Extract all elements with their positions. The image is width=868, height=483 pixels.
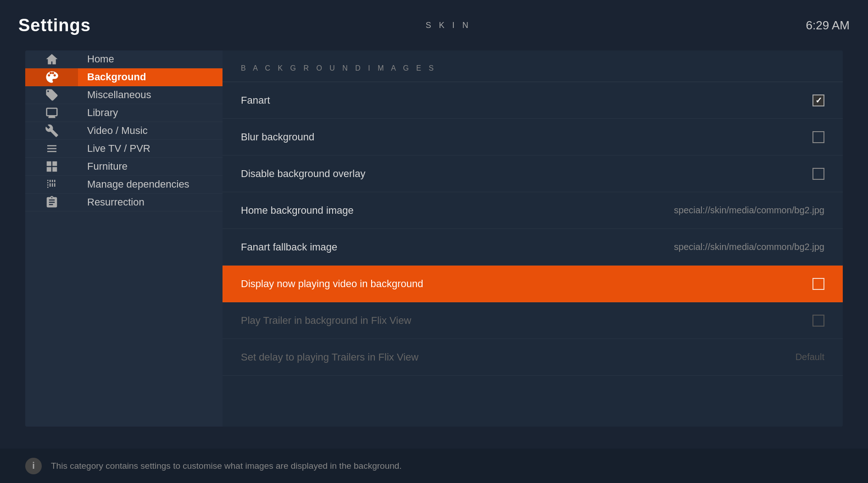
grid-icon [43,176,61,193]
setting-label-now-playing: Display now playing video in background [241,278,812,290]
setting-set-delay: Set delay to playing Trailers in Flix Vi… [223,339,843,376]
setting-label-home-bg: Home background image [241,205,665,217]
main-container: Home Background Miscel [25,50,843,427]
setting-label-blur: Blur background [241,131,812,143]
checkbox-fanart[interactable] [812,94,824,106]
setting-label-fanart: Fanart [241,94,812,106]
setting-fanart-fallback[interactable]: Fanart fallback image special://skin/med… [223,229,843,266]
sidebar-label-miscellaneous[interactable]: Miscellaneous [78,86,223,104]
sidebar-label-home[interactable]: Home [78,50,223,68]
sidebar-label-video-music[interactable]: Video / Music [78,122,223,140]
sidebar-label-library[interactable]: Library [78,104,223,122]
tag-icon [43,86,61,104]
sidebar-icon-video-music [25,122,78,140]
setting-play-trailer: Play Trailer in background in Flix View [223,302,843,339]
setting-label-fanart-fallback: Fanart fallback image [241,241,665,253]
sidebar-icon-library [25,104,78,122]
setting-fanart[interactable]: Fanart [223,82,843,119]
setting-label-play-trailer: Play Trailer in background in Flix View [241,315,812,327]
checkbox-play-trailer [812,315,824,327]
setting-value-fanart-fallback: special://skin/media/common/bg2.jpg [674,242,824,252]
header: Settings S K I N 6:29 AM [0,0,868,50]
monitor-icon [43,104,61,122]
sidebar-icon-live-tv [25,140,78,158]
sidebar-label-resurrection[interactable]: Resurrection [78,194,223,211]
checkbox-disable-overlay[interactable] [812,168,824,180]
sidebar-label-furniture[interactable]: Furniture [78,158,223,176]
setting-blur-background[interactable]: Blur background [223,119,843,155]
sidebar-icon-home [25,50,78,68]
header-section: S K I N [426,21,471,30]
setting-home-background-image[interactable]: Home background image special://skin/med… [223,192,843,229]
footer-info-text: This category contains settings to custo… [51,461,402,471]
sidebar-item-furniture[interactable]: Furniture [25,158,223,176]
sidebar: Home Background Miscel [25,50,223,427]
sidebar-label-live-tv[interactable]: Live TV / PVR [78,140,223,158]
wrench-icon [43,122,61,139]
checkbox-now-playing[interactable] [812,278,824,290]
sidebar-item-manage-dependencies[interactable]: Manage dependencies [25,176,223,194]
layout-icon [43,158,61,175]
checkbox-blur[interactable] [812,131,824,143]
clipboard-icon [43,194,61,211]
sidebar-item-library[interactable]: Library [25,104,223,122]
setting-value-set-delay: Default [796,352,824,362]
sidebar-label-manage-dependencies[interactable]: Manage dependencies [78,176,223,194]
header-time: 6:29 AM [806,18,850,33]
setting-label-disable-overlay: Disable background overlay [241,168,812,180]
home-icon [43,50,61,68]
sidebar-icon-resurrection [25,194,78,211]
setting-display-now-playing[interactable]: Display now playing video in background [223,266,843,302]
sidebar-item-resurrection[interactable]: Resurrection [25,194,223,211]
sidebar-label-background[interactable]: Background [78,68,223,86]
sidebar-item-live-tv[interactable]: Live TV / PVR [25,140,223,158]
footer: i This category contains settings to cus… [0,449,868,483]
sidebar-icon-background [25,68,78,86]
sidebar-icon-miscellaneous [25,86,78,104]
sidebar-item-home[interactable]: Home [25,50,223,68]
setting-disable-overlay[interactable]: Disable background overlay [223,155,843,192]
setting-label-set-delay: Set delay to playing Trailers in Flix Vi… [241,351,786,363]
network-icon [43,140,61,157]
sidebar-item-miscellaneous[interactable]: Miscellaneous [25,86,223,104]
sidebar-item-video-music[interactable]: Video / Music [25,122,223,140]
sidebar-item-background[interactable]: Background [25,68,223,86]
palette-icon [43,68,61,86]
content-panel: B A C K G R O U N D I M A G E S Fanart B… [223,50,843,427]
setting-value-home-bg: special://skin/media/common/bg2.jpg [674,205,824,216]
sidebar-icon-manage-dependencies [25,176,78,194]
info-icon: i [25,458,42,474]
page-title: Settings [18,16,91,35]
sidebar-icon-furniture [25,158,78,176]
content-section-title: B A C K G R O U N D I M A G E S [223,50,843,82]
